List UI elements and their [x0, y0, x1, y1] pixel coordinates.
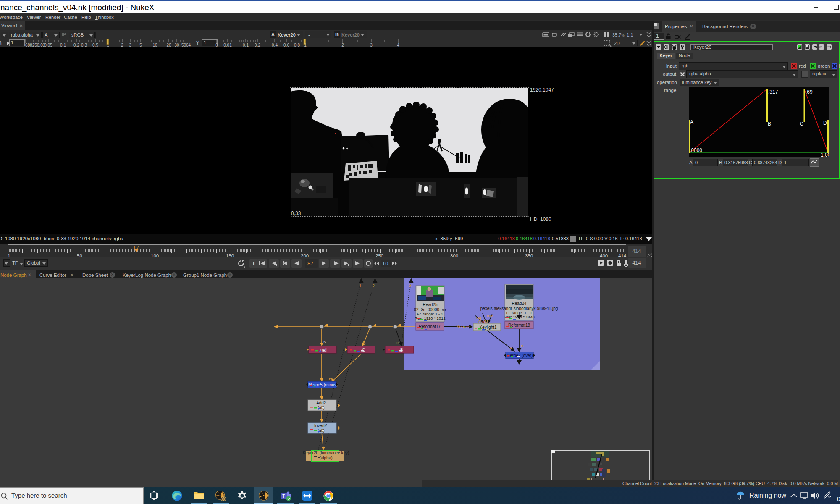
- svg-text:0.1: 0.1: [243, 43, 249, 47]
- svg-text:InM: InM: [487, 313, 494, 318]
- svg-text:Add2: Add2: [316, 401, 326, 405]
- svg-text:3: 3: [370, 43, 373, 47]
- svg-text:0.00688250.03: 0.00688250.03: [25, 43, 45, 47]
- svg-text:2: 2: [373, 284, 375, 288]
- svg-text:.0000: .0000: [690, 147, 702, 153]
- svg-text:C: C: [800, 121, 803, 127]
- svg-text:B: B: [521, 344, 523, 348]
- svg-text:4: 4: [397, 43, 399, 47]
- svg-text:Invert2: Invert2: [314, 423, 327, 428]
- svg-text:T: T: [282, 494, 285, 499]
- svg-text:I: I: [253, 260, 255, 267]
- svg-text:0.1: 0.1: [60, 43, 66, 47]
- svg-text:0.3: 0.3: [81, 43, 87, 47]
- svg-text:0.01: 0.01: [223, 43, 232, 47]
- svg-text:HD_1080: HD_1080: [530, 216, 551, 222]
- svg-text:5: 5: [139, 43, 142, 47]
- svg-text:0.6: 0.6: [284, 43, 289, 47]
- svg-text:3: 3: [129, 43, 131, 47]
- svg-text:0,33: 0,33: [291, 210, 301, 216]
- svg-text:B: B: [363, 340, 365, 345]
- svg-text:30: 30: [174, 43, 179, 47]
- svg-text:B: B: [400, 348, 403, 352]
- svg-text:B: B: [323, 339, 326, 344]
- svg-text:B: B: [329, 376, 331, 381]
- svg-text:3: 3: [409, 284, 412, 288]
- svg-text:1: 1: [304, 43, 307, 47]
- svg-text:20: 20: [166, 43, 171, 47]
- svg-text:A: A: [690, 119, 693, 125]
- svg-text:B: B: [396, 341, 399, 345]
- svg-text:red: red: [320, 348, 326, 352]
- svg-text:Read25: Read25: [423, 302, 437, 307]
- svg-text:.69: .69: [806, 89, 813, 95]
- svg-text:Keylight1: Keylight1: [479, 325, 497, 330]
- svg-text:(alpha): (alpha): [319, 456, 332, 460]
- svg-text:1: 1: [359, 284, 362, 288]
- svg-text:Keyer20 (luminance key): Keyer20 (luminance key): [303, 451, 349, 455]
- svg-text:87: 87: [307, 260, 313, 267]
- svg-text:5064: 5064: [181, 43, 191, 47]
- svg-text:A: A: [509, 346, 512, 350]
- svg-text:D: D: [823, 120, 827, 126]
- svg-text:G: G: [362, 348, 365, 352]
- svg-text:Read24: Read24: [512, 301, 526, 306]
- svg-text:2: 2: [121, 43, 123, 47]
- svg-text:Source: Source: [456, 324, 470, 329]
- svg-text:0.4: 0.4: [272, 43, 278, 47]
- svg-text:1.00: 1.00: [821, 152, 829, 157]
- svg-text:Merge5 (minus): Merge5 (minus): [308, 383, 338, 387]
- svg-text:0: 0: [215, 43, 218, 47]
- svg-text:0.2: 0.2: [255, 43, 260, 47]
- svg-text:OutM: OutM: [478, 319, 488, 324]
- svg-text:0.05: 0.05: [44, 43, 52, 47]
- svg-text:10: 10: [152, 43, 158, 47]
- svg-text:.317: .317: [768, 89, 778, 95]
- svg-text:1920,1047: 1920,1047: [530, 87, 554, 93]
- svg-text:B: B: [768, 121, 771, 127]
- svg-text:10: 10: [382, 260, 388, 267]
- svg-text:0.8: 0.8: [294, 43, 300, 47]
- svg-text:2: 2: [341, 43, 344, 47]
- svg-text:0.5: 0.5: [92, 43, 98, 47]
- svg-text:0.2: 0.2: [74, 43, 79, 47]
- svg-text:1: 1: [107, 43, 109, 47]
